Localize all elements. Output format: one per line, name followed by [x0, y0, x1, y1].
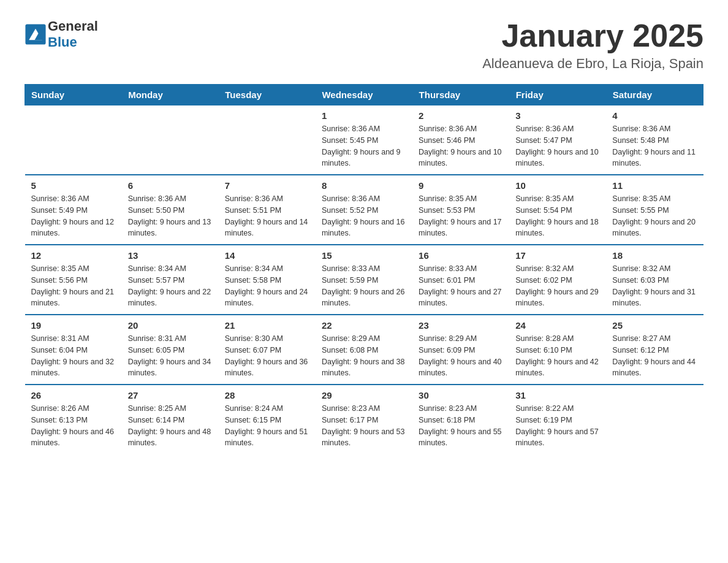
- calendar-cell: 1Sunrise: 8:36 AMSunset: 5:45 PMDaylight…: [316, 105, 412, 175]
- day-info: Sunrise: 8:28 AMSunset: 6:10 PMDaylight:…: [515, 333, 600, 379]
- calendar-cell: 2Sunrise: 8:36 AMSunset: 5:46 PMDaylight…: [412, 105, 509, 175]
- day-number: 6: [128, 180, 213, 191]
- calendar-cell: 28Sunrise: 8:24 AMSunset: 6:15 PMDayligh…: [219, 385, 316, 454]
- day-info: Sunrise: 8:32 AMSunset: 6:03 PMDaylight:…: [612, 263, 697, 309]
- day-info: Sunrise: 8:23 AMSunset: 6:17 PMDaylight:…: [322, 403, 406, 449]
- day-info: Sunrise: 8:34 AMSunset: 5:58 PMDaylight:…: [225, 263, 309, 309]
- day-number: 30: [419, 390, 503, 400]
- month-title: January 2025: [482, 18, 703, 53]
- calendar-cell: 6Sunrise: 8:36 AMSunset: 5:50 PMDaylight…: [122, 175, 219, 245]
- calendar-cell: 30Sunrise: 8:23 AMSunset: 6:18 PMDayligh…: [412, 385, 509, 454]
- day-number: 9: [419, 180, 503, 191]
- calendar-cell: 13Sunrise: 8:34 AMSunset: 5:57 PMDayligh…: [122, 245, 219, 315]
- calendar-cell: [25, 105, 122, 175]
- day-info: Sunrise: 8:36 AMSunset: 5:52 PMDaylight:…: [322, 193, 406, 239]
- day-info: Sunrise: 8:26 AMSunset: 6:13 PMDaylight:…: [31, 403, 116, 449]
- day-info: Sunrise: 8:24 AMSunset: 6:15 PMDaylight:…: [225, 403, 309, 449]
- weekday-header-friday: Friday: [509, 85, 606, 105]
- logo-general: General: [48, 18, 98, 34]
- day-number: 21: [225, 320, 309, 331]
- calendar-cell: 31Sunrise: 8:22 AMSunset: 6:19 PMDayligh…: [509, 385, 606, 454]
- calendar-cell: [122, 105, 219, 175]
- day-number: 3: [515, 110, 600, 121]
- day-number: 5: [31, 180, 116, 191]
- calendar-cell: 25Sunrise: 8:27 AMSunset: 6:12 PMDayligh…: [606, 315, 703, 385]
- day-number: 25: [612, 320, 697, 331]
- day-number: 16: [419, 250, 503, 261]
- logo-text: General Blue: [48, 18, 98, 51]
- calendar-cell: 21Sunrise: 8:30 AMSunset: 6:07 PMDayligh…: [219, 315, 316, 385]
- calendar-week-row: 12Sunrise: 8:35 AMSunset: 5:56 PMDayligh…: [25, 245, 703, 315]
- day-info: Sunrise: 8:27 AMSunset: 6:12 PMDaylight:…: [612, 333, 697, 379]
- calendar-cell: 19Sunrise: 8:31 AMSunset: 6:04 PMDayligh…: [25, 315, 122, 385]
- calendar-cell: 22Sunrise: 8:29 AMSunset: 6:08 PMDayligh…: [316, 315, 412, 385]
- day-info: Sunrise: 8:34 AMSunset: 5:57 PMDaylight:…: [128, 263, 213, 309]
- day-number: 28: [225, 390, 309, 400]
- calendar-cell: 12Sunrise: 8:35 AMSunset: 5:56 PMDayligh…: [25, 245, 122, 315]
- day-number: 12: [31, 250, 116, 261]
- calendar-cell: 11Sunrise: 8:35 AMSunset: 5:55 PMDayligh…: [606, 175, 703, 245]
- day-number: 29: [322, 390, 406, 400]
- day-info: Sunrise: 8:29 AMSunset: 6:08 PMDaylight:…: [322, 333, 406, 379]
- calendar-header: SundayMondayTuesdayWednesdayThursdayFrid…: [25, 85, 703, 105]
- calendar-cell: 5Sunrise: 8:36 AMSunset: 5:49 PMDaylight…: [25, 175, 122, 245]
- calendar-cell: 26Sunrise: 8:26 AMSunset: 6:13 PMDayligh…: [25, 385, 122, 454]
- day-info: Sunrise: 8:31 AMSunset: 6:04 PMDaylight:…: [31, 333, 116, 379]
- day-number: 20: [128, 320, 213, 331]
- day-number: 11: [612, 180, 697, 191]
- calendar-week-row: 1Sunrise: 8:36 AMSunset: 5:45 PMDaylight…: [25, 105, 703, 175]
- day-number: 26: [31, 390, 116, 400]
- day-info: Sunrise: 8:33 AMSunset: 5:59 PMDaylight:…: [322, 263, 406, 309]
- page-header: General Blue January 2025 Aldeanueva de …: [25, 18, 703, 72]
- logo: General Blue: [25, 18, 98, 51]
- day-number: 24: [515, 320, 600, 331]
- day-number: 7: [225, 180, 309, 191]
- weekday-header-sunday: Sunday: [25, 85, 122, 105]
- day-number: 10: [515, 180, 600, 191]
- calendar-week-row: 5Sunrise: 8:36 AMSunset: 5:49 PMDaylight…: [25, 175, 703, 245]
- day-info: Sunrise: 8:36 AMSunset: 5:46 PMDaylight:…: [419, 123, 503, 169]
- weekday-header-row: SundayMondayTuesdayWednesdayThursdayFrid…: [25, 85, 703, 105]
- day-info: Sunrise: 8:25 AMSunset: 6:14 PMDaylight:…: [128, 403, 213, 449]
- weekday-header-saturday: Saturday: [606, 85, 703, 105]
- day-info: Sunrise: 8:36 AMSunset: 5:47 PMDaylight:…: [515, 123, 600, 169]
- calendar-cell: 15Sunrise: 8:33 AMSunset: 5:59 PMDayligh…: [316, 245, 412, 315]
- day-number: 18: [612, 250, 697, 261]
- day-info: Sunrise: 8:36 AMSunset: 5:51 PMDaylight:…: [225, 193, 309, 239]
- calendar-cell: 24Sunrise: 8:28 AMSunset: 6:10 PMDayligh…: [509, 315, 606, 385]
- day-info: Sunrise: 8:36 AMSunset: 5:48 PMDaylight:…: [612, 123, 697, 169]
- day-number: 23: [419, 320, 503, 331]
- day-info: Sunrise: 8:36 AMSunset: 5:50 PMDaylight:…: [128, 193, 213, 239]
- calendar-cell: 14Sunrise: 8:34 AMSunset: 5:58 PMDayligh…: [219, 245, 316, 315]
- calendar-cell: 23Sunrise: 8:29 AMSunset: 6:09 PMDayligh…: [412, 315, 509, 385]
- calendar-cell: 16Sunrise: 8:33 AMSunset: 6:01 PMDayligh…: [412, 245, 509, 315]
- weekday-header-thursday: Thursday: [412, 85, 509, 105]
- calendar-cell: 9Sunrise: 8:35 AMSunset: 5:53 PMDaylight…: [412, 175, 509, 245]
- day-info: Sunrise: 8:36 AMSunset: 5:45 PMDaylight:…: [322, 123, 406, 169]
- day-info: Sunrise: 8:36 AMSunset: 5:49 PMDaylight:…: [31, 193, 116, 239]
- day-number: 14: [225, 250, 309, 261]
- calendar-cell: 29Sunrise: 8:23 AMSunset: 6:17 PMDayligh…: [316, 385, 412, 454]
- day-number: 2: [419, 110, 503, 121]
- calendar-week-row: 26Sunrise: 8:26 AMSunset: 6:13 PMDayligh…: [25, 385, 703, 454]
- day-info: Sunrise: 8:23 AMSunset: 6:18 PMDaylight:…: [419, 403, 503, 449]
- calendar-cell: 20Sunrise: 8:31 AMSunset: 6:05 PMDayligh…: [122, 315, 219, 385]
- calendar-week-row: 19Sunrise: 8:31 AMSunset: 6:04 PMDayligh…: [25, 315, 703, 385]
- day-info: Sunrise: 8:35 AMSunset: 5:55 PMDaylight:…: [612, 193, 697, 239]
- day-number: 8: [322, 180, 406, 191]
- logo-blue: Blue: [48, 34, 77, 50]
- weekday-header-tuesday: Tuesday: [219, 85, 316, 105]
- calendar-cell: 7Sunrise: 8:36 AMSunset: 5:51 PMDaylight…: [219, 175, 316, 245]
- day-info: Sunrise: 8:35 AMSunset: 5:54 PMDaylight:…: [515, 193, 600, 239]
- day-info: Sunrise: 8:35 AMSunset: 5:56 PMDaylight:…: [31, 263, 116, 309]
- day-number: 13: [128, 250, 213, 261]
- weekday-header-monday: Monday: [122, 85, 219, 105]
- weekday-header-wednesday: Wednesday: [316, 85, 412, 105]
- day-number: 22: [322, 320, 406, 331]
- calendar-cell: [219, 105, 316, 175]
- calendar-cell: 27Sunrise: 8:25 AMSunset: 6:14 PMDayligh…: [122, 385, 219, 454]
- calendar-cell: 3Sunrise: 8:36 AMSunset: 5:47 PMDaylight…: [509, 105, 606, 175]
- day-info: Sunrise: 8:30 AMSunset: 6:07 PMDaylight:…: [225, 333, 309, 379]
- calendar-table: SundayMondayTuesdayWednesdayThursdayFrid…: [25, 84, 703, 454]
- calendar-cell: 10Sunrise: 8:35 AMSunset: 5:54 PMDayligh…: [509, 175, 606, 245]
